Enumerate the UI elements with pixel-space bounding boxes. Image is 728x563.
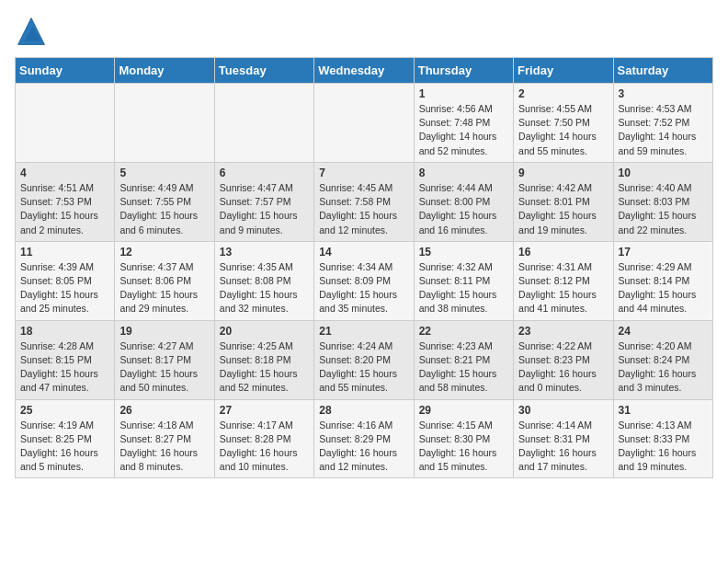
calendar-cell: 13Sunrise: 4:35 AM Sunset: 8:08 PM Dayli…	[214, 241, 313, 320]
calendar-cell: 9Sunrise: 4:42 AM Sunset: 8:01 PM Daylig…	[514, 162, 613, 241]
day-number: 18	[20, 325, 109, 338]
calendar-week-row: 18Sunrise: 4:28 AM Sunset: 8:15 PM Dayli…	[16, 320, 713, 399]
day-number: 23	[518, 325, 608, 338]
day-info: Sunrise: 4:17 AM Sunset: 8:28 PM Dayligh…	[220, 419, 309, 475]
calendar-cell: 27Sunrise: 4:17 AM Sunset: 8:28 PM Dayli…	[214, 399, 313, 478]
logo	[15, 15, 51, 48]
day-info: Sunrise: 4:55 AM Sunset: 7:50 PM Dayligh…	[518, 102, 608, 158]
day-number: 29	[419, 404, 508, 417]
calendar-cell	[16, 84, 115, 163]
calendar-cell: 1Sunrise: 4:56 AM Sunset: 7:48 PM Daylig…	[414, 84, 513, 163]
day-info: Sunrise: 4:47 AM Sunset: 7:57 PM Dayligh…	[220, 181, 309, 237]
day-info: Sunrise: 4:23 AM Sunset: 8:21 PM Dayligh…	[419, 339, 508, 396]
day-header-saturday: Saturday	[613, 58, 712, 84]
day-number: 7	[319, 167, 408, 179]
day-header-friday: Friday	[514, 58, 613, 84]
day-info: Sunrise: 4:51 AM Sunset: 7:53 PM Dayligh…	[20, 181, 109, 237]
day-number: 5	[119, 167, 209, 179]
calendar-cell: 23Sunrise: 4:22 AM Sunset: 8:23 PM Dayli…	[514, 320, 613, 399]
calendar-cell: 10Sunrise: 4:40 AM Sunset: 8:03 PM Dayli…	[613, 162, 712, 241]
day-info: Sunrise: 4:24 AM Sunset: 8:20 PM Dayligh…	[319, 339, 408, 396]
day-header-wednesday: Wednesday	[314, 58, 414, 84]
calendar-cell: 8Sunrise: 4:44 AM Sunset: 8:00 PM Daylig…	[414, 162, 513, 241]
calendar-cell: 3Sunrise: 4:53 AM Sunset: 7:52 PM Daylig…	[613, 84, 712, 163]
calendar-cell: 14Sunrise: 4:34 AM Sunset: 8:09 PM Dayli…	[314, 241, 414, 320]
calendar-cell: 18Sunrise: 4:28 AM Sunset: 8:15 PM Dayli…	[16, 320, 115, 399]
day-header-monday: Monday	[115, 58, 214, 84]
day-info: Sunrise: 4:35 AM Sunset: 8:08 PM Dayligh…	[220, 260, 309, 316]
day-number: 21	[319, 325, 408, 338]
day-info: Sunrise: 4:13 AM Sunset: 8:33 PM Dayligh…	[619, 419, 708, 475]
day-number: 4	[20, 167, 109, 179]
day-number: 19	[119, 325, 209, 338]
calendar-cell: 22Sunrise: 4:23 AM Sunset: 8:21 PM Dayli…	[414, 320, 513, 399]
day-number: 8	[419, 167, 508, 179]
calendar-week-row: 11Sunrise: 4:39 AM Sunset: 8:05 PM Dayli…	[16, 241, 713, 320]
day-info: Sunrise: 4:49 AM Sunset: 7:55 PM Dayligh…	[119, 181, 209, 237]
day-info: Sunrise: 4:27 AM Sunset: 8:17 PM Dayligh…	[119, 339, 209, 396]
day-info: Sunrise: 4:40 AM Sunset: 8:03 PM Dayligh…	[619, 181, 708, 237]
day-info: Sunrise: 4:15 AM Sunset: 8:30 PM Dayligh…	[419, 419, 508, 475]
calendar-cell: 29Sunrise: 4:15 AM Sunset: 8:30 PM Dayli…	[414, 399, 513, 478]
day-number: 24	[619, 325, 708, 338]
day-number: 11	[20, 246, 109, 259]
day-number: 10	[619, 167, 708, 179]
calendar-week-row: 1Sunrise: 4:56 AM Sunset: 7:48 PM Daylig…	[16, 84, 713, 163]
day-info: Sunrise: 4:45 AM Sunset: 7:58 PM Dayligh…	[319, 181, 408, 237]
calendar-cell: 7Sunrise: 4:45 AM Sunset: 7:58 PM Daylig…	[314, 162, 414, 241]
day-number: 22	[419, 325, 508, 338]
day-number: 12	[119, 246, 209, 259]
day-info: Sunrise: 4:19 AM Sunset: 8:25 PM Dayligh…	[20, 419, 109, 475]
day-number: 30	[518, 404, 608, 417]
day-info: Sunrise: 4:14 AM Sunset: 8:31 PM Dayligh…	[518, 419, 608, 475]
day-number: 31	[619, 404, 708, 417]
day-info: Sunrise: 4:32 AM Sunset: 8:11 PM Dayligh…	[419, 260, 508, 316]
calendar-cell: 15Sunrise: 4:32 AM Sunset: 8:11 PM Dayli…	[414, 241, 513, 320]
day-info: Sunrise: 4:37 AM Sunset: 8:06 PM Dayligh…	[119, 260, 209, 316]
logo-icon	[15, 15, 48, 48]
calendar-cell: 16Sunrise: 4:31 AM Sunset: 8:12 PM Dayli…	[514, 241, 613, 320]
calendar-cell: 19Sunrise: 4:27 AM Sunset: 8:17 PM Dayli…	[115, 320, 214, 399]
day-info: Sunrise: 4:44 AM Sunset: 8:00 PM Dayligh…	[419, 181, 508, 237]
day-number: 28	[319, 404, 408, 417]
day-number: 26	[119, 404, 209, 417]
calendar-cell	[214, 84, 313, 163]
day-number: 9	[518, 167, 608, 179]
day-header-tuesday: Tuesday	[214, 58, 313, 84]
calendar-cell: 5Sunrise: 4:49 AM Sunset: 7:55 PM Daylig…	[115, 162, 214, 241]
day-info: Sunrise: 4:22 AM Sunset: 8:23 PM Dayligh…	[518, 339, 608, 396]
calendar-cell: 4Sunrise: 4:51 AM Sunset: 7:53 PM Daylig…	[16, 162, 115, 241]
calendar-cell: 12Sunrise: 4:37 AM Sunset: 8:06 PM Dayli…	[115, 241, 214, 320]
day-info: Sunrise: 4:16 AM Sunset: 8:29 PM Dayligh…	[319, 419, 408, 475]
calendar-cell: 20Sunrise: 4:25 AM Sunset: 8:18 PM Dayli…	[214, 320, 313, 399]
calendar-cell	[115, 84, 214, 163]
calendar-week-row: 25Sunrise: 4:19 AM Sunset: 8:25 PM Dayli…	[16, 399, 713, 478]
day-header-sunday: Sunday	[16, 58, 115, 84]
day-info: Sunrise: 4:25 AM Sunset: 8:18 PM Dayligh…	[220, 339, 309, 396]
day-number: 16	[518, 246, 608, 259]
calendar-cell	[314, 84, 414, 163]
day-info: Sunrise: 4:18 AM Sunset: 8:27 PM Dayligh…	[119, 419, 209, 475]
calendar-cell: 31Sunrise: 4:13 AM Sunset: 8:33 PM Dayli…	[613, 399, 712, 478]
day-number: 15	[419, 246, 508, 259]
calendar-cell: 2Sunrise: 4:55 AM Sunset: 7:50 PM Daylig…	[514, 84, 613, 163]
day-number: 1	[419, 87, 508, 100]
day-number: 3	[619, 87, 708, 100]
day-number: 6	[220, 167, 309, 179]
day-number: 25	[20, 404, 109, 417]
calendar-week-row: 4Sunrise: 4:51 AM Sunset: 7:53 PM Daylig…	[16, 162, 713, 241]
calendar-cell: 24Sunrise: 4:20 AM Sunset: 8:24 PM Dayli…	[613, 320, 712, 399]
day-header-thursday: Thursday	[414, 58, 513, 84]
day-number: 17	[619, 246, 708, 259]
day-info: Sunrise: 4:53 AM Sunset: 7:52 PM Dayligh…	[619, 102, 708, 158]
day-info: Sunrise: 4:29 AM Sunset: 8:14 PM Dayligh…	[619, 260, 708, 316]
day-info: Sunrise: 4:31 AM Sunset: 8:12 PM Dayligh…	[518, 260, 608, 316]
page-header	[15, 15, 713, 48]
day-info: Sunrise: 4:28 AM Sunset: 8:15 PM Dayligh…	[20, 339, 109, 396]
calendar-table: SundayMondayTuesdayWednesdayThursdayFrid…	[15, 57, 713, 478]
day-number: 2	[518, 87, 608, 100]
day-number: 13	[220, 246, 309, 259]
day-info: Sunrise: 4:42 AM Sunset: 8:01 PM Dayligh…	[518, 181, 608, 237]
day-number: 14	[319, 246, 408, 259]
calendar-cell: 26Sunrise: 4:18 AM Sunset: 8:27 PM Dayli…	[115, 399, 214, 478]
